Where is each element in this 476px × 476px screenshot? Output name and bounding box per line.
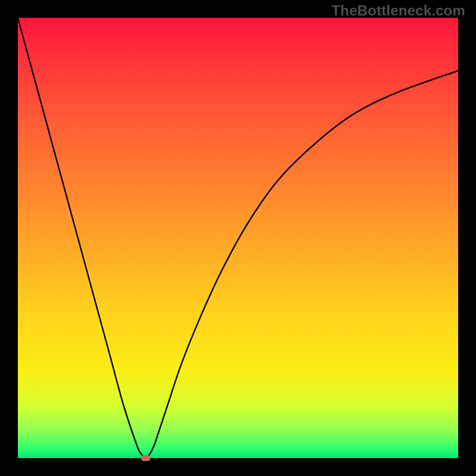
curve-line — [18, 18, 458, 458]
plot-area — [18, 18, 458, 458]
optimal-point-marker — [141, 455, 151, 461]
chart-frame: TheBottleneck.com — [0, 0, 476, 476]
bottleneck-curve — [18, 18, 458, 458]
watermark-text: TheBottleneck.com — [331, 2, 465, 19]
